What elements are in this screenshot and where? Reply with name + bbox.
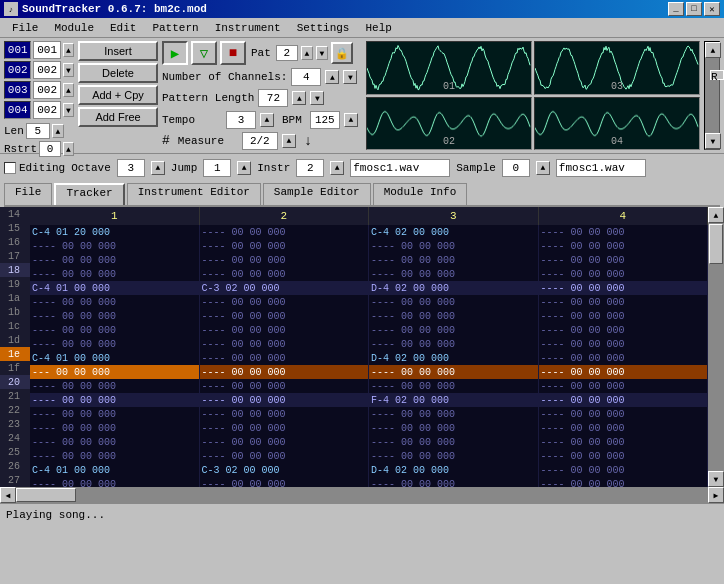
wave-label-03: 03 xyxy=(611,81,623,92)
tab-instrument-editor[interactable]: Instrument Editor xyxy=(127,183,261,205)
track-cell-r1c-c2: ---- 00 00 000 xyxy=(200,337,369,351)
measure-label: Measure xyxy=(178,135,238,147)
len-scroll-up[interactable]: ▲ xyxy=(52,124,64,138)
sample-val[interactable]: 0 xyxy=(502,159,530,177)
h-scroll-thumb[interactable] xyxy=(16,488,76,502)
pattern-val-2[interactable]: 002 xyxy=(33,81,60,99)
play-button[interactable]: ▶ xyxy=(162,41,188,65)
track-cell-r1b-c3: ---- 00 00 000 xyxy=(369,323,538,337)
channels-arrow-dn[interactable]: ▼ xyxy=(343,70,357,84)
editing-checkbox[interactable] xyxy=(4,162,16,174)
waveform-scroll-dn[interactable]: ▼ xyxy=(705,133,721,149)
row-num-1b: 1b xyxy=(0,305,30,319)
rstrt-scroll-up[interactable]: ▲ xyxy=(63,142,74,156)
sample-label: Sample xyxy=(456,162,496,174)
pat-scroll-dn[interactable]: ▼ xyxy=(316,46,328,60)
menu-file[interactable]: File xyxy=(4,20,46,36)
sample-arrow[interactable]: ▲ xyxy=(536,161,550,175)
channels-val[interactable]: 4 xyxy=(291,68,321,86)
track-cell-r15-c4: ---- 00 00 000 xyxy=(539,239,708,253)
waveform-scrollbar[interactable]: ▲ ▼ R xyxy=(704,41,720,150)
track-cell-r1a-c4: ---- 00 00 000 xyxy=(539,309,708,323)
h-scroll-right[interactable]: ▶ xyxy=(708,487,724,503)
pattern-length-val[interactable]: 72 xyxy=(258,89,288,107)
pattern-val-1[interactable]: 002 xyxy=(33,61,60,79)
v-scroll-up[interactable]: ▲ xyxy=(708,207,724,223)
horizontal-scrollbar[interactable]: ◀ ▶ xyxy=(0,487,724,503)
metronome-icon: # xyxy=(162,133,170,148)
stop-button[interactable]: ■ xyxy=(220,41,246,65)
play-pattern-button[interactable]: ▽ xyxy=(191,41,217,65)
len-val[interactable]: 5 xyxy=(26,123,50,139)
status-bar: Playing song... xyxy=(0,503,724,525)
track-cell-r26-c2: ---- 00 00 000 xyxy=(200,477,369,487)
pattern-num-3: 004 xyxy=(4,101,31,119)
tab-module-info[interactable]: Module Info xyxy=(373,183,468,205)
menu-help[interactable]: Help xyxy=(357,20,399,36)
measure-val[interactable]: 2/2 xyxy=(242,132,278,150)
pattern-length-arrow-dn[interactable]: ▼ xyxy=(310,91,324,105)
h-scroll-left[interactable]: ◀ xyxy=(0,487,16,503)
pattern-scroll-up-2[interactable]: ▲ xyxy=(63,83,74,97)
track-cell-r21-c2: ---- 00 00 000 xyxy=(200,407,369,421)
pattern-num-1: 002 xyxy=(4,61,31,79)
instr-arrow[interactable]: ▲ xyxy=(330,161,344,175)
delete-button[interactable]: Delete xyxy=(78,63,158,83)
maximize-button[interactable]: □ xyxy=(686,2,702,16)
h-scroll-track xyxy=(16,487,708,503)
menu-settings[interactable]: Settings xyxy=(289,20,358,36)
len-row: Len 5 ▲ xyxy=(4,123,74,139)
menu-pattern[interactable]: Pattern xyxy=(144,20,206,36)
track-cell-r21-c4: ---- 00 00 000 xyxy=(539,407,708,421)
tempo-arrow-up[interactable]: ▲ xyxy=(260,113,274,127)
tab-sample-editor[interactable]: Sample Editor xyxy=(263,183,371,205)
menu-module[interactable]: Module xyxy=(46,20,102,36)
pattern-val-3[interactable]: 002 xyxy=(33,101,60,119)
track-cell-r25-c1: C-4 01 00 000 xyxy=(30,463,199,477)
download-icon[interactable]: ↓ xyxy=(304,133,312,149)
measure-arrow[interactable]: ▲ xyxy=(282,134,296,148)
waveform-04: 04 xyxy=(534,97,700,151)
instr-val[interactable]: 2 xyxy=(296,159,324,177)
waveform-03: 03 xyxy=(534,41,700,95)
add-free-button[interactable]: Add Free xyxy=(78,107,158,127)
vertical-scrollbar[interactable]: ▲ ▼ xyxy=(708,207,724,487)
octave-arrow[interactable]: ▲ xyxy=(151,161,165,175)
track-cell-r19-c3: ---- 00 00 000 xyxy=(369,295,538,309)
tab-file[interactable]: File xyxy=(4,183,52,205)
octave-val[interactable]: 3 xyxy=(117,159,145,177)
jump-val[interactable]: 1 xyxy=(203,159,231,177)
jump-arrow[interactable]: ▲ xyxy=(237,161,251,175)
pattern-scroll-dn-1[interactable]: ▼ xyxy=(63,63,74,77)
bpm-arrow-up[interactable]: ▲ xyxy=(344,113,358,127)
sample-filename[interactable]: fmosc1.wav xyxy=(556,159,646,177)
waveform-scroll-up[interactable]: ▲ xyxy=(705,42,721,58)
pattern-val-0[interactable]: 001 xyxy=(33,41,60,59)
track-cell-r16-c2: ---- 00 00 000 xyxy=(200,253,369,267)
minimize-button[interactable]: _ xyxy=(668,2,684,16)
add-cpy-button[interactable]: Add + Cpy xyxy=(78,85,158,105)
v-scroll-dn[interactable]: ▼ xyxy=(708,471,724,487)
pat-scroll-up[interactable]: ▲ xyxy=(301,46,313,60)
close-button[interactable]: ✕ xyxy=(704,2,720,16)
channels-arrow-up[interactable]: ▲ xyxy=(325,70,339,84)
track-header: 1 2 3 4 xyxy=(30,207,708,225)
pat-val[interactable]: 2 xyxy=(276,45,298,61)
lock-button[interactable]: 🔒 xyxy=(331,42,353,64)
v-scroll-thumb[interactable] xyxy=(709,224,723,264)
bpm-val[interactable]: 125 xyxy=(310,111,340,129)
pattern-length-arrow-up[interactable]: ▲ xyxy=(292,91,306,105)
pattern-scroll-dn-3[interactable]: ▼ xyxy=(63,103,74,117)
instrument-filename[interactable]: fmosc1.wav xyxy=(350,159,450,177)
menu-instrument[interactable]: Instrument xyxy=(207,20,289,36)
track-cell-r1f-c3: ---- 00 00 000 xyxy=(369,379,538,393)
menu-edit[interactable]: Edit xyxy=(102,20,144,36)
rstrt-label: Rstrt xyxy=(4,143,37,155)
insert-button[interactable]: Insert xyxy=(78,41,158,61)
track-cell-r16-c4: ---- 00 00 000 xyxy=(539,253,708,267)
pattern-scroll-up-0[interactable]: ▲ xyxy=(63,43,74,57)
tab-tracker[interactable]: Tracker xyxy=(54,183,124,205)
pattern-num-2: 003 xyxy=(4,81,31,99)
tempo-val[interactable]: 3 xyxy=(226,111,256,129)
rstrt-val[interactable]: 0 xyxy=(39,141,61,157)
